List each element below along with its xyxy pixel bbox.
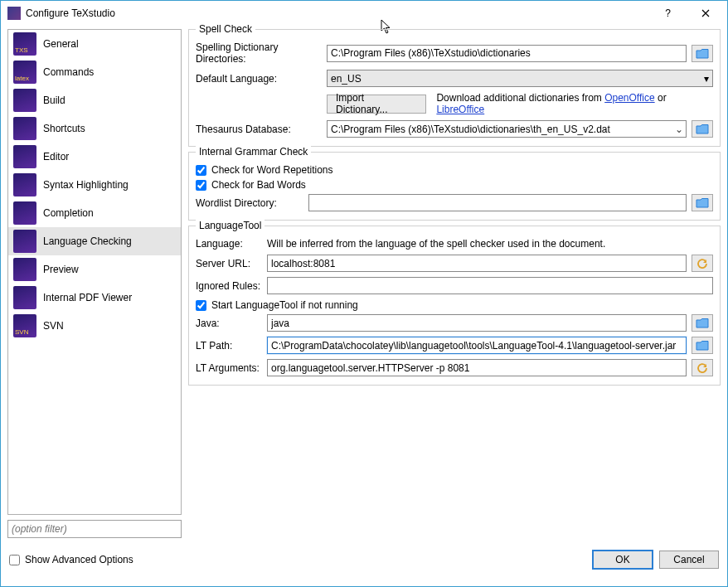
sidebar-item-internal-pdf-viewer[interactable]: Internal PDF Viewer xyxy=(8,284,181,312)
sidebar-item-label: Shortcuts xyxy=(43,123,85,134)
check-word-repetitions-checkbox[interactable]: Check for Word Repetitions xyxy=(196,164,713,176)
help-button[interactable]: ? xyxy=(649,2,687,25)
sidebar-item-build[interactable]: Build xyxy=(8,86,181,114)
group-title: Spell Check xyxy=(196,23,255,35)
server-url-label: Server URL: xyxy=(196,258,262,269)
svn-icon: SVN xyxy=(13,314,36,337)
sidebar-item-label: Commands xyxy=(43,66,94,78)
sidebar-item-label: Syntax Highlighting xyxy=(43,179,129,191)
sidebar-item-svn[interactable]: SVNSVN xyxy=(8,312,181,340)
thesaurus-input[interactable] xyxy=(328,121,672,137)
sidebar-item-general[interactable]: TXSGeneral xyxy=(8,30,181,58)
check-bad-words-input[interactable] xyxy=(196,180,206,191)
editor-icon xyxy=(13,145,36,168)
commands-icon: latex xyxy=(13,61,36,84)
browse-thesaurus-button[interactable] xyxy=(692,120,713,138)
reset-server-url-button[interactable] xyxy=(692,255,713,272)
spelling-dir-input[interactable] xyxy=(327,45,687,62)
openoffice-link[interactable]: OpenOffice xyxy=(604,92,654,104)
lt-arguments-label: LT Arguments: xyxy=(196,362,262,374)
sidebar-item-editor[interactable]: Editor xyxy=(8,143,181,171)
completion-icon xyxy=(13,201,36,225)
start-languagetool-input[interactable] xyxy=(196,300,206,311)
lt-path-label: LT Path: xyxy=(196,340,262,352)
group-title: Internal Grammar Check xyxy=(196,146,311,158)
window-title: Configure TeXstudio xyxy=(26,7,115,19)
close-button[interactable] xyxy=(687,2,724,25)
browse-java-button[interactable] xyxy=(692,314,713,332)
sidebar-item-syntax-highlighting[interactable]: Syntax Highlighting xyxy=(8,171,181,199)
sidebar-item-label: Build xyxy=(43,95,66,106)
spellcheck-group: Spell Check Spelling Dictionary Director… xyxy=(188,29,721,147)
sidebar-item-label: Language Checking xyxy=(43,235,132,247)
lt-arguments-input[interactable] xyxy=(267,359,687,376)
check-word-repetitions-input[interactable] xyxy=(196,165,206,176)
download-dictionaries-text: Download additional dictionaries from Op… xyxy=(436,92,713,115)
java-input[interactable] xyxy=(267,314,687,332)
build-icon xyxy=(13,89,36,112)
sidebar-item-label: Editor xyxy=(43,151,69,163)
java-label: Java: xyxy=(196,318,262,329)
sidebar-item-commands[interactable]: latexCommands xyxy=(8,58,181,86)
sidebar-item-shortcuts[interactable]: Shortcuts xyxy=(8,114,181,143)
titlebar: Configure TeXstudio ? xyxy=(1,1,727,26)
ok-button[interactable]: OK xyxy=(593,551,653,569)
language-checking-icon xyxy=(13,230,36,253)
import-dictionary-button[interactable]: Import Dictionary... xyxy=(327,95,426,114)
chevron-down-icon[interactable]: ⌄ xyxy=(672,124,686,135)
wordlist-dir-label: Wordlist Directory: xyxy=(196,197,303,209)
spelling-dir-label: Spelling Dictionary Directories: xyxy=(196,41,322,65)
lt-language-text: Will be inferred from the language of th… xyxy=(267,238,605,250)
group-title: LanguageTool xyxy=(196,220,265,231)
chevron-down-icon: ▾ xyxy=(704,73,709,85)
browse-lt-path-button[interactable] xyxy=(692,337,713,354)
thesaurus-label: Thesaurus Database: xyxy=(196,124,322,135)
sidebar-item-label: General xyxy=(43,38,79,50)
sidebar-item-language-checking[interactable]: Language Checking xyxy=(8,227,181,255)
browse-wordlist-button[interactable] xyxy=(692,194,713,211)
start-languagetool-checkbox[interactable]: Start LanguageTool if not running xyxy=(196,299,713,311)
reset-lt-arguments-button[interactable] xyxy=(692,359,713,376)
grammar-group: Internal Grammar Check Check for Word Re… xyxy=(188,152,721,221)
sidebar-item-preview[interactable]: Preview xyxy=(8,255,181,284)
browse-spelling-dir-button[interactable] xyxy=(692,45,713,62)
languagetool-group: LanguageTool Language: Will be inferred … xyxy=(188,226,721,386)
default-language-select[interactable]: en_US ▾ xyxy=(327,70,713,87)
default-language-value: en_US xyxy=(331,73,362,85)
category-list[interactable]: TXSGeneral latexCommands Build Shortcuts… xyxy=(7,29,182,515)
wordlist-dir-input[interactable] xyxy=(308,194,687,211)
sidebar-item-label: Internal PDF Viewer xyxy=(43,292,132,303)
shortcuts-icon xyxy=(13,117,36,140)
lt-language-label: Language: xyxy=(196,238,262,250)
show-advanced-options-checkbox[interactable]: Show Advanced Options xyxy=(9,554,133,565)
sidebar-item-label: Preview xyxy=(43,264,79,275)
default-language-label: Default Language: xyxy=(196,73,322,85)
cancel-button[interactable]: Cancel xyxy=(659,551,719,569)
pdf-viewer-icon xyxy=(13,286,36,309)
syntax-icon xyxy=(13,173,36,196)
thesaurus-combobox[interactable]: ⌄ xyxy=(327,120,687,138)
preview-icon xyxy=(13,258,36,281)
ignored-rules-input[interactable] xyxy=(267,277,713,294)
lt-path-input[interactable] xyxy=(267,337,687,354)
libreoffice-link[interactable]: LibreOffice xyxy=(436,104,484,115)
ignored-rules-label: Ignored Rules: xyxy=(196,280,262,292)
check-bad-words-checkbox[interactable]: Check for Bad Words xyxy=(196,179,713,191)
option-filter-input[interactable] xyxy=(7,520,182,538)
server-url-input[interactable] xyxy=(267,255,687,272)
sidebar-item-completion[interactable]: Completion xyxy=(8,199,181,227)
app-icon xyxy=(7,7,21,20)
dialog-footer: Show Advanced Options OK Cancel xyxy=(1,541,727,578)
sidebar-item-label: Completion xyxy=(43,207,94,219)
sidebar-item-label: SVN xyxy=(43,320,64,332)
show-advanced-options-input[interactable] xyxy=(9,555,20,565)
general-icon: TXS xyxy=(13,32,36,56)
